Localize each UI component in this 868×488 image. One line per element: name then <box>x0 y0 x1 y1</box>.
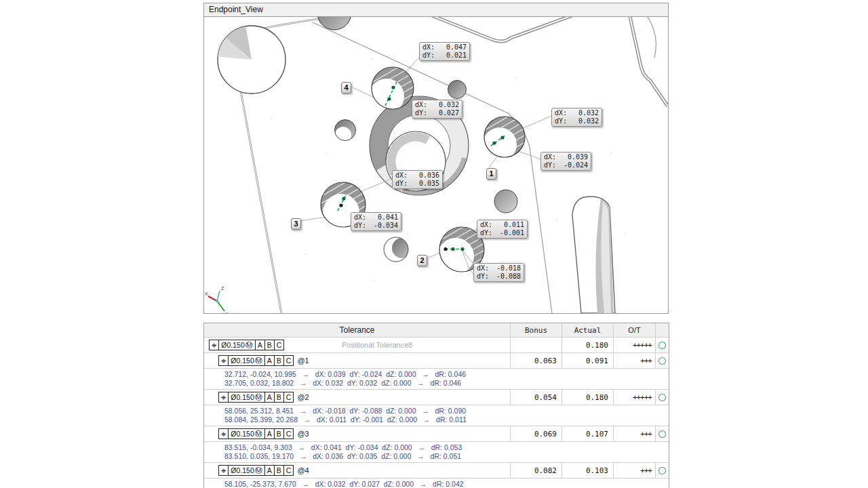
ot-value: +++++ <box>613 390 655 405</box>
datum-a: A <box>255 340 265 350</box>
datum-c: C <box>283 428 294 439</box>
slot-feature <box>572 197 615 313</box>
measurement-callout: dX:0.041 dY:-0.034 <box>351 212 401 231</box>
detail-row: 83.515, -0.034, 9.303 → dX: 0.041 dY: -0… <box>204 442 669 463</box>
datum-a: A <box>264 392 275 403</box>
datum-b: B <box>274 428 284 439</box>
status-ok-icon <box>658 357 666 365</box>
feature-marker: 1 <box>486 168 496 180</box>
ot-value: +++ <box>613 463 655 478</box>
measurement-callout: dX:0.039 dY:-0.024 <box>540 152 591 171</box>
hole-1 <box>483 116 526 161</box>
bonus-value <box>510 338 561 352</box>
actual-value: 0.180 <box>561 338 613 352</box>
detail-row: 58.056, 25.312, 8.451 → dX: -0.018 dY: -… <box>204 405 669 426</box>
table-row[interactable]: ⌖ Ø0.150Ⓜ A B C @2 0.054 0.180 +++++ <box>204 390 669 405</box>
feature-marker: 4 <box>341 82 351 94</box>
endpoint-detail: 83.510, 0.035, 19.170 → dX: 0.036 dY: 0.… <box>224 452 462 461</box>
datum-a: A <box>264 428 275 439</box>
actual-value: 0.091 <box>561 353 613 368</box>
ot-value: +++ <box>613 426 655 441</box>
header-status <box>655 323 669 337</box>
axis-x-label: X <box>205 291 208 296</box>
window-titlebar: Endpoint_View <box>203 3 669 17</box>
report-page: Endpoint_View <box>0 0 868 488</box>
measurement-callout: dX:0.047 dY:0.021 <box>419 42 470 61</box>
feature-control-frame: ⌖ Ø0.150Ⓜ A B C <box>219 392 294 403</box>
detail-row: 58.105, -25.373, 7.670 → dX: 0.032 dY: 0… <box>204 479 669 488</box>
table-header: Tolerance Bonus Actual O/T <box>204 323 669 338</box>
status-ok-icon <box>658 342 666 349</box>
table-row[interactable]: ⌖ Ø0.150Ⓜ A B C @3 0.069 0.107 +++ <box>204 426 669 442</box>
feature-control-frame: ⌖ Ø0.150Ⓜ A B C <box>219 428 294 439</box>
mmc-modifier: Ⓜ <box>255 429 262 439</box>
endpoint-detail: 58.056, 25.312, 8.451 → dX: -0.018 dY: -… <box>224 407 467 415</box>
feature-suffix: @4 <box>297 466 309 474</box>
position-symbol: ⌖ <box>209 340 219 350</box>
datum-c: C <box>283 465 294 476</box>
datum-a: A <box>264 355 275 366</box>
datum-b: B <box>274 392 284 403</box>
endpoint-detail: 58.084, 25.399, 20.268 → dX: 0.011 dY: -… <box>224 415 467 424</box>
bonus-value: 0.063 <box>510 353 561 368</box>
endpoint-detail: 32.712, -0.024, 10.995 → dX: 0.039 dY: -… <box>224 370 466 379</box>
mmc-modifier: Ⓜ <box>255 356 262 366</box>
measurement-callout: dX:0.032 dY:0.032 <box>551 108 602 127</box>
endpoint-detail: 58.105, -25.373, 7.670 → dX: 0.032 dY: 0… <box>224 480 467 488</box>
position-symbol: ⌖ <box>218 428 229 439</box>
measurement-callout: dX:0.011 dY:-0.001 <box>477 220 528 239</box>
ot-value: +++ <box>613 353 655 368</box>
header-bonus: Bonus <box>510 323 561 337</box>
datum-b: B <box>274 465 284 476</box>
datum-b: B <box>274 355 284 366</box>
header-actual: Actual <box>561 323 613 337</box>
feature-suffix: @2 <box>297 393 309 401</box>
bonus-value: 0.054 <box>510 390 561 405</box>
endpoint-detail: 32.705, 0.032, 18.802 → dX: 0.032 dY: 0.… <box>224 379 466 388</box>
datum-a: A <box>264 465 275 476</box>
axis-z-label: Z <box>221 286 224 291</box>
view-title: Endpoint_View <box>209 5 263 14</box>
model-viewport[interactable]: X Z Y dX:0.047 dY:0.021 dX:0.032 dY:0.02… <box>203 16 669 314</box>
datum-c: C <box>283 392 294 403</box>
tolerance-name: Positional Tolerance8 <box>342 341 412 349</box>
part-drawing: X Z Y <box>204 17 668 313</box>
measurement-callout: dX:-0.018 dY:-0.088 <box>473 263 524 282</box>
feature-marker: 2 <box>417 255 427 266</box>
datum-b: B <box>264 340 275 350</box>
position-symbol: ⌖ <box>218 392 229 403</box>
status-ok-icon <box>658 467 666 474</box>
position-symbol: ⌖ <box>218 465 229 476</box>
bonus-value: 0.082 <box>510 463 561 478</box>
axis-triad: X Z Y <box>205 286 229 313</box>
header-ot: O/T <box>613 323 655 337</box>
actual-value: 0.107 <box>561 426 613 441</box>
tolerance-table: Tolerance Bonus Actual O/T ⌖ Ø0.150Ⓜ A B… <box>203 323 669 488</box>
ot-value: +++++ <box>613 338 655 352</box>
table-row[interactable]: ⌖ Ø0.150Ⓜ A B C @4 0.082 0.103 +++ <box>204 463 669 479</box>
feature-suffix: @3 <box>297 430 309 438</box>
detail-row: 32.712, -0.024, 10.995 → dX: 0.039 dY: -… <box>204 369 669 390</box>
endpoint-detail: 83.515, -0.034, 9.303 → dX: 0.041 dY: -0… <box>224 443 462 452</box>
bonus-value: 0.069 <box>510 426 561 441</box>
measurement-callout: dX:0.036 dY:0.035 <box>392 170 443 189</box>
actual-value: 0.180 <box>561 390 613 405</box>
feature-control-frame: ⌖ Ø0.150Ⓜ A B C <box>219 465 294 476</box>
mmc-modifier: Ⓜ <box>255 392 262 403</box>
datum-c: C <box>274 340 285 350</box>
countersink-hole <box>218 26 285 94</box>
mmc-modifier: Ⓜ <box>255 466 262 476</box>
table-row[interactable]: ⌖ Ø0.150Ⓜ A B C @1 0.063 0.091 +++ <box>204 353 669 369</box>
mmc-modifier: Ⓜ <box>245 340 253 350</box>
feature-control-frame: ⌖ Ø0.150Ⓜ A B C <box>210 340 284 350</box>
feature-suffix: @1 <box>297 357 309 365</box>
table-row[interactable]: ⌖ Ø0.150Ⓜ A B C Positional Tolerance8 0.… <box>204 338 669 353</box>
axis-y-label: Y <box>225 312 229 313</box>
status-ok-icon <box>658 430 666 438</box>
position-symbol: ⌖ <box>218 355 229 366</box>
header-tolerance: Tolerance <box>204 323 510 337</box>
measurement-callout: dX:0.032 dY:0.027 <box>412 100 462 119</box>
datum-c: C <box>283 355 294 366</box>
feature-marker: 3 <box>291 218 301 230</box>
feature-control-frame: ⌖ Ø0.150Ⓜ A B C <box>219 355 294 366</box>
